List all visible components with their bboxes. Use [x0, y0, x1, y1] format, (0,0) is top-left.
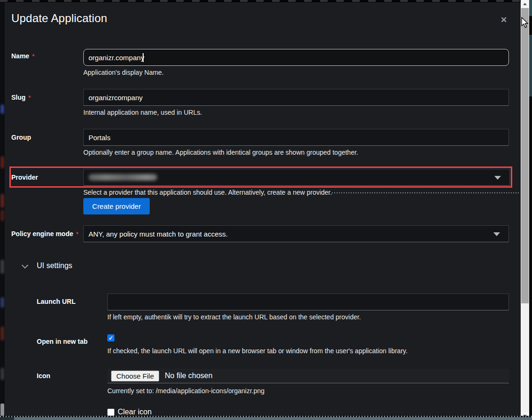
close-icon[interactable]: ✕ [498, 14, 509, 25]
background-blob [0, 156, 4, 168]
launch-url-help: If left empty, authentik will try to ext… [107, 313, 361, 321]
policy-engine-mode-select[interactable]: ANY, any policy must match to grant acce… [83, 225, 509, 242]
icon-label: Icon [37, 372, 50, 380]
provider-help: Select a provider that this application … [83, 189, 332, 196]
open-in-new-tab-label-text: Open in new tab [37, 338, 88, 345]
screen-right-edge [529, 0, 532, 420]
screenshot-edge-dashes-top [0, 0, 532, 2]
update-application-modal: Update Application ✕ Name* Application's… [5, 2, 521, 416]
launch-url-input[interactable] [107, 293, 509, 310]
launch-url-label: Launch URL [37, 298, 75, 305]
scrollbar-up-button[interactable] [521, 0, 529, 8]
chevron-down-icon [493, 232, 500, 236]
clear-icon-checkbox[interactable] [107, 409, 114, 416]
triangle-up-icon [523, 3, 527, 5]
redacted-provider-value [89, 174, 157, 181]
policy-engine-mode-label: Policy engine mode* [11, 230, 79, 238]
slug-label: Slug* [11, 94, 31, 101]
screen-bottom-edge [0, 417, 532, 420]
open-in-new-tab-label: Open in new tab [37, 338, 88, 345]
ui-settings-section-header[interactable]: UI settings [37, 262, 73, 270]
dotted-line-artifact [332, 192, 520, 193]
background-page-sliver [0, 2, 5, 416]
chevron-down-icon [494, 176, 501, 180]
create-provider-button[interactable]: Create provider [83, 198, 150, 214]
choose-file-button[interactable]: Choose File [111, 371, 159, 381]
group-label-text: Group [11, 134, 31, 141]
file-status-text: No file chosen [165, 372, 212, 380]
checkmark-icon: ✓ [108, 335, 113, 341]
open-in-new-tab-checkbox[interactable]: ✓ [107, 334, 114, 341]
icon-help: Currently set to: /media/application-ico… [107, 387, 265, 395]
background-blob [0, 297, 4, 308]
required-marker: * [76, 230, 78, 238]
policy-engine-mode-label-text: Policy engine mode [11, 230, 73, 238]
open-in-new-tab-help: If checked, the launch URL will open in … [107, 347, 408, 355]
slug-label-text: Slug [11, 94, 25, 101]
edge-segment [529, 0, 532, 16]
provider-select[interactable] [83, 169, 510, 186]
edge-segment [529, 35, 532, 96]
icon-file-input[interactable]: Choose File No file chosen [107, 369, 509, 383]
clear-icon-label: Clear icon [118, 408, 152, 416]
background-blob [0, 368, 4, 380]
modal-title: Update Application [11, 12, 107, 25]
required-marker: * [28, 94, 31, 101]
chevron-down-icon[interactable] [22, 262, 28, 269]
icon-label-text: Icon [37, 372, 50, 380]
name-label-text: Name [11, 52, 29, 60]
provider-label-text: Provider [11, 174, 38, 181]
name-label: Name* [11, 52, 34, 60]
policy-engine-mode-value: ANY, any policy must match to grant acce… [89, 230, 228, 238]
background-blob [0, 260, 4, 274]
background-blob [0, 404, 4, 416]
background-blob [0, 104, 4, 114]
background-blob [0, 210, 4, 221]
slug-input[interactable] [83, 89, 509, 106]
slug-help: Internal application name, used in URLs. [83, 109, 202, 116]
group-input[interactable] [83, 129, 509, 146]
background-blob [0, 326, 4, 341]
screen: Update Application ✕ Name* Application's… [0, 0, 532, 420]
group-label: Group [11, 134, 31, 141]
launch-url-label-text: Launch URL [37, 298, 75, 305]
background-blob [0, 194, 4, 208]
group-help: Optionally enter a group name. Applicati… [83, 149, 358, 156]
provider-label: Provider [11, 174, 38, 181]
text-cursor [143, 53, 144, 62]
name-input[interactable] [83, 49, 509, 66]
scrollbar[interactable] [521, 0, 529, 420]
required-marker: * [32, 53, 34, 60]
scrollbar-thumb[interactable] [521, 8, 529, 303]
name-help: Application's display Name. [83, 69, 164, 76]
